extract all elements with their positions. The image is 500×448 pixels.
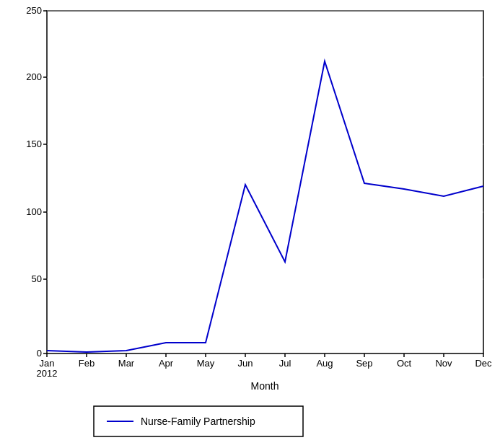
x-label-sep: Sep	[356, 358, 372, 369]
x-label-aug: Aug	[316, 358, 333, 369]
x-axis-label: Month	[251, 380, 279, 392]
x-label-may: May	[197, 358, 215, 369]
x-label-2012: 2012	[37, 368, 58, 379]
y-label-100: 100	[26, 206, 42, 217]
x-label-feb: Feb	[79, 358, 95, 369]
y-label-150: 150	[26, 139, 42, 149]
x-label-mar: Mar	[118, 358, 135, 369]
chart-container: 250 200 150 100 50 0 Jan 2012 Feb Mar	[0, 0, 500, 448]
x-label-jun: Jun	[238, 358, 253, 369]
y-label-250: 250	[26, 5, 42, 16]
x-label-apr: Apr	[159, 358, 174, 369]
y-label-200: 200	[26, 71, 42, 82]
x-label-oct: Oct	[397, 358, 412, 369]
y-label-50: 50	[32, 273, 42, 284]
y-label-0: 0	[37, 348, 42, 359]
x-label-jul: Jul	[279, 358, 291, 369]
x-label-jan: Jan	[40, 358, 55, 369]
legend-label: Nurse-Family Partnership	[141, 416, 255, 427]
x-label-dec: Dec	[475, 358, 492, 369]
chart-border	[47, 11, 483, 353]
x-label-nov: Nov	[435, 358, 452, 369]
